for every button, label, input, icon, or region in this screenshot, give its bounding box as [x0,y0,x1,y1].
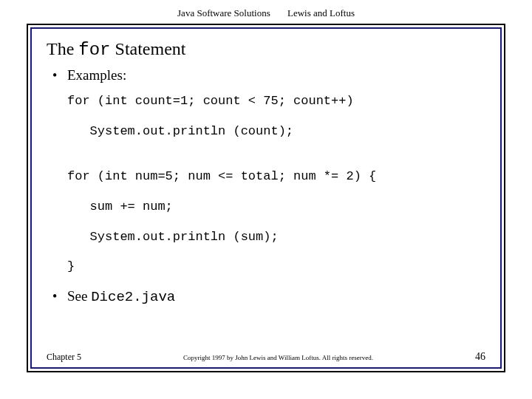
bullet-list: Examples: for (int count=1; count < 75; … [47,67,485,305]
slide-footer: Chapter 5 Copyright 1997 by John Lewis a… [47,351,485,363]
page-number: 46 [475,351,485,363]
slide-header: Java Software Solutions Lewis and Loftus [0,0,532,24]
code-line: for (int count=1; count < 75; count++) [67,94,354,108]
title-post: Statement [111,39,186,58]
bullet-examples: Examples: for (int count=1; count < 75; … [67,67,485,275]
slide-title: The for Statement [47,38,485,67]
code-line: for (int num=5; num <= total; num *= 2) … [67,169,376,183]
copyright-text: Copyright 1997 by John Lewis and William… [81,354,475,361]
slide-frame-outer: The for Statement Examples: for (int cou… [27,24,505,372]
code-line: System.out.println (sum); [67,230,279,244]
see-filename: Dice2.java [91,289,175,305]
bullet-see: See Dice2.java [67,288,485,305]
title-keyword: for [78,40,110,60]
examples-label: Examples: [67,67,126,83]
see-pre: See [67,288,91,304]
code-example-1: for (int count=1; count < 75; count++) S… [67,94,485,275]
slide-frame-inner: The for Statement Examples: for (int cou… [30,27,502,369]
book-title: Java Software Solutions [177,7,270,19]
code-line: sum += num; [67,200,173,214]
chapter-label: Chapter 5 [47,352,81,363]
title-pre: The [47,39,78,58]
code-line: } [67,259,75,273]
code-line: System.out.println (count); [67,124,293,138]
book-authors: Lewis and Loftus [287,7,355,19]
